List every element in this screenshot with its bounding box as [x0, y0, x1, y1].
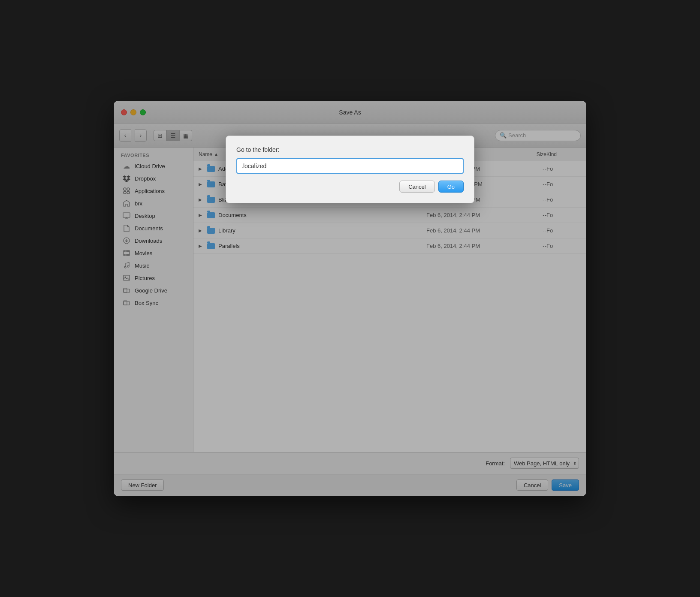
goto-folder-input[interactable]	[236, 158, 464, 174]
modal-go-button[interactable]: Go	[438, 181, 464, 193]
modal-title: Go to the folder:	[236, 146, 464, 153]
modal-overlay: Go to the folder: Cancel Go	[114, 101, 586, 496]
modal-cancel-button[interactable]: Cancel	[399, 181, 434, 193]
modal-buttons: Cancel Go	[236, 181, 464, 193]
save-as-window: Save As ‹ › ⊞ ☰ ▦ 🔍 Search Favorites ☁ i…	[114, 101, 586, 496]
goto-folder-modal: Go to the folder: Cancel Go	[226, 136, 474, 203]
